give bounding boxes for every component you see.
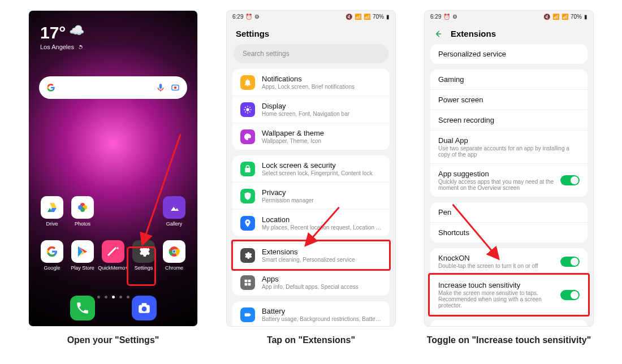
photos-icon — [71, 196, 94, 219]
app-google[interactable]: Google — [37, 240, 67, 271]
palette-icon — [240, 129, 255, 144]
app-play-store[interactable]: Play Store — [67, 240, 98, 271]
toggle-knockon[interactable] — [560, 257, 580, 267]
page-title: Extensions — [451, 29, 496, 38]
app-gallery[interactable]: Gallery — [159, 196, 189, 227]
ext-increase-touch-sensitivity[interactable]: Increase touch sensitivityMake the scree… — [430, 275, 588, 314]
app-drive[interactable]: Drive — [37, 196, 67, 227]
play-icon — [71, 240, 94, 263]
settings-highlight-box — [127, 246, 156, 286]
caption-3: Toggle on "Increase touch sensitivity" — [424, 335, 594, 346]
setting-privacy[interactable]: PrivacyPermission manager — [232, 182, 390, 209]
app-quickmemo-[interactable]: QuickMemo+ — [98, 240, 128, 271]
setting-apps[interactable]: AppsApp info, Default apps, Special acce… — [232, 268, 390, 296]
mic-icon[interactable] — [156, 83, 166, 93]
toggle-app-suggestion[interactable] — [560, 175, 580, 185]
drive-icon — [41, 196, 63, 219]
weather-widget[interactable]: 17° ☁️ — [29, 11, 197, 42]
signal-icon: 📶 — [364, 14, 370, 20]
setting-extensions[interactable]: ExtensionsSmart cleaning, Personalized s… — [232, 242, 390, 268]
status-bar: 6:29⏰⚙ 🔇📶📶70%▮ — [425, 11, 593, 22]
gallery-icon — [163, 196, 185, 219]
shield-icon — [240, 189, 255, 203]
lock-icon — [240, 162, 255, 176]
google-icon — [41, 240, 63, 263]
ext-app-suggestion[interactable]: App suggestionQuickly access apps that y… — [430, 163, 588, 197]
ext-looking-for-something-else-[interactable]: Looking for something else? — [430, 320, 588, 327]
gear-status-icon: ⚙ — [254, 14, 260, 20]
back-arrow-icon[interactable] — [434, 29, 443, 38]
dock-phone[interactable] — [70, 296, 95, 320]
ext-screen-recording[interactable]: Screen recording — [430, 110, 588, 130]
setting-location[interactable]: LocationMy places, Recent location reque… — [232, 209, 390, 236]
wifi-icon: 📶 — [355, 14, 361, 20]
app-chrome[interactable]: Chrome — [159, 240, 189, 271]
setting-battery[interactable]: BatteryBattery usage, Background restric… — [232, 301, 390, 327]
app-photos[interactable]: Photos — [67, 196, 98, 227]
alarm-icon: ⏰ — [245, 14, 252, 20]
google-search-bar[interactable] — [39, 76, 187, 99]
ext-pen[interactable]: Pen — [430, 202, 588, 222]
sun-icon — [240, 102, 255, 117]
refresh-icon[interactable] — [77, 44, 84, 50]
caption-1: Open your "Settings" — [28, 335, 198, 346]
ext-shortcuts[interactable]: Shortcuts — [430, 222, 588, 242]
city-label: Los Angeles — [40, 44, 74, 50]
battery-icon — [240, 307, 255, 322]
page-title: Settings — [227, 22, 395, 44]
phone-extensions-screen: 6:29⏰⚙ 🔇📶📶70%▮ Extensions Personalized s… — [424, 10, 594, 327]
phone-home-screen: 17° ☁️ Los Angeles DrivePhotosGalleryGoo… — [28, 10, 198, 327]
cloud-icon: ☁️ — [69, 23, 84, 38]
chrome-icon — [163, 240, 185, 263]
status-bar: 6:29⏰⚙ 🔇📶📶70%▮ — [227, 11, 395, 22]
setting-display[interactable]: DisplayHome screen, Font, Navigation bar — [232, 96, 390, 123]
google-logo-icon — [46, 83, 56, 93]
lens-icon[interactable] — [170, 83, 180, 93]
phone-icon — [70, 296, 95, 320]
instruction-arrow — [29, 11, 197, 325]
caption-2: Tap on "Extensions" — [226, 335, 396, 346]
ext-gaming[interactable]: Gaming — [430, 70, 588, 89]
ext-power-screen[interactable]: Power screen — [430, 89, 588, 110]
camera-icon — [132, 296, 157, 320]
svg-point-34 — [174, 86, 177, 89]
ext-personalized-service[interactable]: Personalized service — [430, 44, 588, 64]
ext-dual-app[interactable]: Dual AppUse two separate accounts for an… — [430, 130, 588, 163]
mute-icon: 🔇 — [345, 14, 352, 20]
ext-knockon[interactable]: KnockONDouble-tap the screen to turn it … — [430, 248, 588, 275]
pin-icon — [240, 216, 255, 231]
grid-icon — [240, 275, 255, 290]
bell-icon — [240, 75, 255, 90]
dock-camera[interactable] — [132, 296, 157, 320]
toggle-increase-touch-sensitivity[interactable] — [560, 290, 580, 300]
battery-icon: ▮ — [386, 14, 390, 20]
search-input[interactable]: Search settings — [234, 44, 388, 63]
gear-icon — [240, 248, 255, 263]
setting-lock-screen-security[interactable]: Lock screen & securitySelect screen lock… — [232, 155, 390, 182]
setting-wallpaper-theme[interactable]: Wallpaper & themeWallpaper, Theme, Icon — [232, 123, 390, 150]
setting-notifications[interactable]: NotificationsApps, Lock screen, Brief no… — [232, 69, 390, 96]
temperature: 17° — [40, 23, 66, 42]
search-placeholder: Search settings — [243, 50, 290, 58]
phone-settings-screen: 6:29⏰⚙ 🔇📶📶70%▮ Settings Search settings … — [226, 10, 396, 327]
memo-icon — [102, 240, 124, 263]
